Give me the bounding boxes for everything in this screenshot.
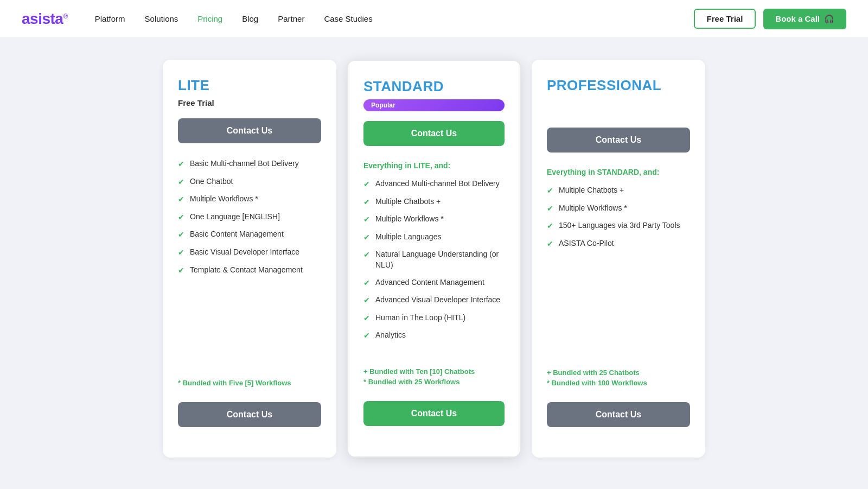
list-item: ✔Natural Language Understanding (or NLU) [363,249,505,270]
nav-actions: Free Trial Book a Call 🎧 [694,9,846,29]
list-item: ✔One Language [ENGLISH] [178,212,321,223]
list-item: ✔Multiple Workflows * [178,194,321,205]
standard-bundle-notes: + Bundled with Ten [10] Chatbots * Bundl… [363,359,505,388]
professional-section-label: Everything in STANDARD, and: [547,168,690,176]
check-icon: ✔ [363,295,370,306]
professional-bundle-note-0: + Bundled with 25 Chatbots [547,369,690,377]
check-icon: ✔ [178,212,184,223]
list-item: ✔Multiple Languages [363,232,505,243]
standard-bundle-note-0: + Bundled with Ten [10] Chatbots [363,367,505,376]
list-item: ✔Template & Contact Management [178,265,321,276]
check-icon: ✔ [178,265,184,276]
nav-item-blog[interactable]: Blog [242,14,258,24]
navbar: asista® Platform Solutions Pricing Blog … [0,0,868,38]
nav-item-platform[interactable]: Platform [95,14,125,24]
nav-link-pricing[interactable]: Pricing [197,14,222,23]
check-icon: ✔ [178,177,184,188]
standard-contact-us-top-button[interactable]: Contact Us [363,121,505,146]
lite-bundle-note-0: * Bundled with Five [5] Workflows [178,379,321,387]
brand-name: asista® [22,10,68,28]
check-icon: ✔ [547,186,553,196]
nav-link-blog[interactable]: Blog [242,14,258,23]
list-item: ✔Human in The Loop (HITL) [363,313,505,324]
check-icon: ✔ [178,230,184,240]
standard-contact-us-bottom-button[interactable]: Contact Us [363,401,505,426]
professional-bundle-note-1: * Bundled with 100 Workflows [547,379,690,387]
check-icon: ✔ [363,197,370,208]
check-icon: ✔ [178,159,184,170]
professional-contact-us-top-button[interactable]: Contact Us [547,128,690,153]
list-item: ✔Multiple Workflows * [363,214,505,225]
lite-feature-list: ✔Basic Multi-channel Bot Delivery ✔One C… [178,158,321,359]
nav-item-pricing[interactable]: Pricing [197,14,222,24]
list-item: ✔Analytics [363,330,505,341]
check-icon: ✔ [547,239,553,250]
list-item: ✔Multiple Workflows * [547,203,690,214]
pricing-section: LITE Free Trial Contact Us ✔Basic Multi-… [0,38,868,489]
book-a-call-label: Book a Call [775,14,820,23]
check-icon: ✔ [178,247,184,258]
professional-plan-name: PROFESSIONAL [547,77,690,94]
nav-item-solutions[interactable]: Solutions [145,14,178,24]
standard-feature-list: ✔Advanced Multi-channel Bot Delivery ✔Mu… [363,179,505,348]
check-icon: ✔ [363,331,370,341]
nav-link-solutions[interactable]: Solutions [145,14,178,23]
list-item: ✔Advanced Multi-channel Bot Delivery [363,179,505,190]
book-a-call-button[interactable]: Book a Call 🎧 [763,9,846,29]
check-icon: ✔ [363,250,370,261]
lite-plan-subtitle: Free Trial [178,98,321,107]
nav-links: Platform Solutions Pricing Blog Partner … [95,14,694,24]
check-icon: ✔ [363,232,370,243]
list-item: ✔Basic Visual Developer Interface [178,247,321,258]
lite-contact-us-bottom-button[interactable]: Contact Us [178,402,321,427]
list-item: ✔Advanced Visual Developer Interface [363,295,505,306]
check-icon: ✔ [547,204,553,214]
standard-bottom-btn-wrap: Contact Us [363,401,505,441]
lite-plan-card: LITE Free Trial Contact Us ✔Basic Multi-… [163,60,336,458]
check-icon: ✔ [178,194,184,205]
professional-bundle-notes: + Bundled with 25 Chatbots * Bundled wit… [547,360,690,389]
check-icon: ✔ [363,313,370,324]
standard-plan-name: STANDARD [363,78,505,95]
professional-plan-card: PROFESSIONAL Contact Us Everything in ST… [532,60,705,458]
nav-item-partner[interactable]: Partner [278,14,304,24]
list-item: ✔One Chatbot [178,176,321,188]
headset-icon: 🎧 [824,14,834,24]
check-icon: ✔ [547,221,553,232]
lite-bundle-notes: * Bundled with Five [5] Workflows [178,370,321,389]
standard-bundle-note-1: * Bundled with 25 Workflows [363,378,505,386]
standard-plan-card: STANDARD Popular Contact Us Everything i… [347,60,521,458]
free-trial-button[interactable]: Free Trial [694,9,756,29]
list-item: ✔Basic Content Management [178,229,321,240]
lite-contact-us-top-button[interactable]: Contact Us [178,118,321,143]
professional-feature-list: ✔Multiple Chatbots + ✔Multiple Workflows… [547,185,690,349]
nav-link-platform[interactable]: Platform [95,14,125,23]
lite-bottom-btn-wrap: Contact Us [178,402,321,442]
professional-contact-us-bottom-button[interactable]: Contact Us [547,402,690,427]
popular-badge: Popular [363,99,505,111]
check-icon: ✔ [363,214,370,225]
nav-link-case-studies[interactable]: Case Studies [324,14,372,23]
list-item: ✔Basic Multi-channel Bot Delivery [178,158,321,170]
nav-item-case-studies[interactable]: Case Studies [324,14,372,24]
list-item: ✔Advanced Content Management [363,277,505,289]
check-icon: ✔ [363,179,370,190]
professional-bottom-btn-wrap: Contact Us [547,402,690,442]
list-item: ✔150+ Languages via 3rd Party Tools [547,220,690,232]
list-item: ✔Multiple Chatbots + [547,185,690,196]
check-icon: ✔ [363,278,370,289]
list-item: ✔ASISTA Co-Pilot [547,238,690,250]
nav-link-partner[interactable]: Partner [278,14,304,23]
lite-plan-name: LITE [178,77,321,94]
logo: asista® [22,10,68,28]
registered-mark: ® [63,12,67,20]
list-item: ✔Multiple Chatbots + [363,196,505,208]
standard-section-label: Everything in LITE, and: [363,161,505,170]
